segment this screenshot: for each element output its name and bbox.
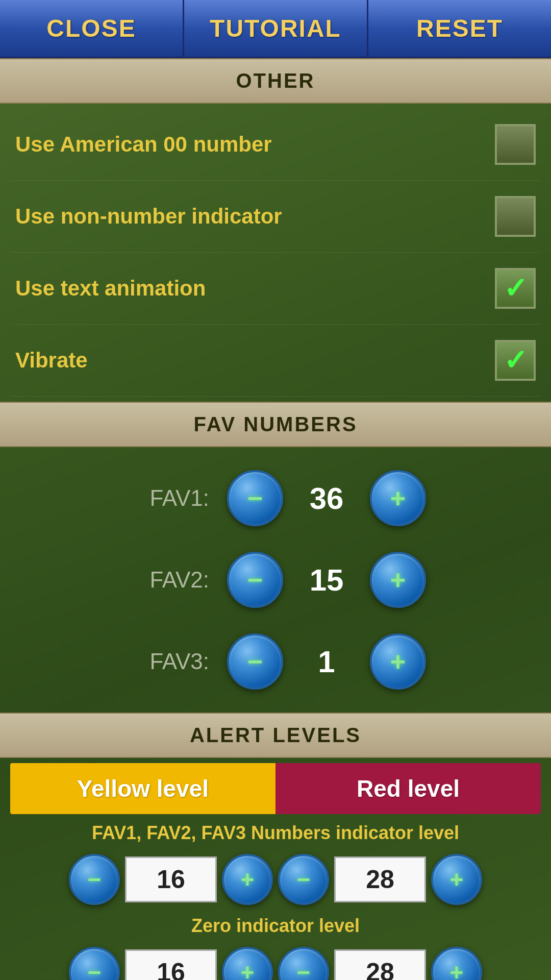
fav3-row: FAV3: − 1 + xyxy=(10,621,541,702)
minus-icon: − xyxy=(297,868,311,891)
checkmark-text-animation: ✓ xyxy=(504,274,528,303)
fav2-minus-button[interactable]: − xyxy=(227,552,283,608)
checkmark-vibrate: ✓ xyxy=(504,346,528,375)
checkbox-text-animation[interactable]: ✓ xyxy=(495,268,536,309)
alert1-plus-button[interactable]: + xyxy=(222,854,273,905)
reset-button[interactable]: RESET xyxy=(368,0,551,57)
setting-row-vibrate: Vibrate ✓ xyxy=(10,325,541,397)
alert-levels-section-header: ALERT LEVELS xyxy=(0,713,551,758)
checkbox-non-number[interactable] xyxy=(495,196,536,237)
setting-label-non-number: Use non-number indicator xyxy=(15,204,495,229)
alert-area: Yellow level Red level FAV1, FAV2, FAV3 … xyxy=(0,758,551,980)
fav3-minus-button[interactable]: − xyxy=(227,633,283,690)
plus-icon: + xyxy=(450,961,464,980)
alert1-value-input[interactable] xyxy=(125,856,217,902)
zero2-minus-button[interactable]: − xyxy=(278,947,329,980)
zero-indicator-label: Zero indicator level xyxy=(10,915,541,937)
fav1-plus-button[interactable]: + xyxy=(370,470,426,526)
zero2-plus-button[interactable]: + xyxy=(431,947,482,980)
setting-row-non-number: Use non-number indicator xyxy=(10,181,541,253)
close-button[interactable]: CLOSE xyxy=(0,0,184,57)
alert2-plus-button[interactable]: + xyxy=(431,854,482,905)
setting-row-text-animation: Use text animation ✓ xyxy=(10,253,541,325)
zero1-value-input[interactable] xyxy=(125,949,217,980)
alert2-minus-button[interactable]: − xyxy=(278,854,329,905)
fav2-label: FAV2: xyxy=(117,567,209,593)
plus-icon: + xyxy=(390,485,406,511)
alert-level-bar: Yellow level Red level xyxy=(10,763,541,814)
alert-controls-row: − + − + xyxy=(10,854,541,905)
zero2-value-input[interactable] xyxy=(334,949,426,980)
alert2-value-input[interactable] xyxy=(334,856,426,902)
fav1-minus-button[interactable]: − xyxy=(227,470,283,526)
fav-numbers-section-header: FAV NUMBERS xyxy=(0,402,551,447)
checkbox-vibrate[interactable]: ✓ xyxy=(495,340,536,381)
fav2-plus-button[interactable]: + xyxy=(370,552,426,608)
minus-icon: − xyxy=(88,961,102,980)
plus-icon: + xyxy=(450,868,464,891)
alert1-minus-button[interactable]: − xyxy=(69,854,120,905)
fav3-value: 1 xyxy=(291,644,362,679)
fav2-value: 15 xyxy=(291,562,362,598)
fav3-plus-button[interactable]: + xyxy=(370,633,426,690)
minus-icon: − xyxy=(297,961,311,980)
minus-icon: − xyxy=(247,567,263,593)
checkbox-american[interactable] xyxy=(495,124,536,165)
minus-icon: − xyxy=(247,648,263,675)
fav1-value: 36 xyxy=(291,481,362,516)
alert-subtitle: FAV1, FAV2, FAV3 Numbers indicator level xyxy=(10,822,541,844)
zero1-minus-button[interactable]: − xyxy=(69,947,120,980)
setting-label-american: Use American 00 number xyxy=(15,132,495,157)
plus-icon: + xyxy=(390,648,406,675)
zero-controls-row: − + − + xyxy=(10,947,541,980)
plus-icon: + xyxy=(241,868,255,891)
plus-icon: + xyxy=(241,961,255,980)
minus-icon: − xyxy=(88,868,102,891)
top-bar: CLOSE TUTORIAL RESET xyxy=(0,0,551,58)
fav2-row: FAV2: − 15 + xyxy=(10,539,541,621)
yellow-level-label: Yellow level xyxy=(10,763,276,814)
tutorial-button[interactable]: TUTORIAL xyxy=(184,0,368,57)
fav3-label: FAV3: xyxy=(117,649,209,674)
plus-icon: + xyxy=(390,567,406,593)
setting-label-text-animation: Use text animation xyxy=(15,276,495,301)
setting-row-american: Use American 00 number xyxy=(10,109,541,181)
red-level-label: Red level xyxy=(276,763,541,814)
fav1-label: FAV1: xyxy=(117,485,209,511)
fav1-row: FAV1: − 36 + xyxy=(10,457,541,539)
other-section-header: OTHER xyxy=(0,58,551,104)
setting-label-vibrate: Vibrate xyxy=(15,348,495,373)
zero1-plus-button[interactable]: + xyxy=(222,947,273,980)
fav-numbers-area: FAV1: − 36 + FAV2: − 15 + FAV3: − 1 + xyxy=(0,447,551,713)
settings-area: Use American 00 number Use non-number in… xyxy=(0,104,551,402)
minus-icon: − xyxy=(247,485,263,511)
